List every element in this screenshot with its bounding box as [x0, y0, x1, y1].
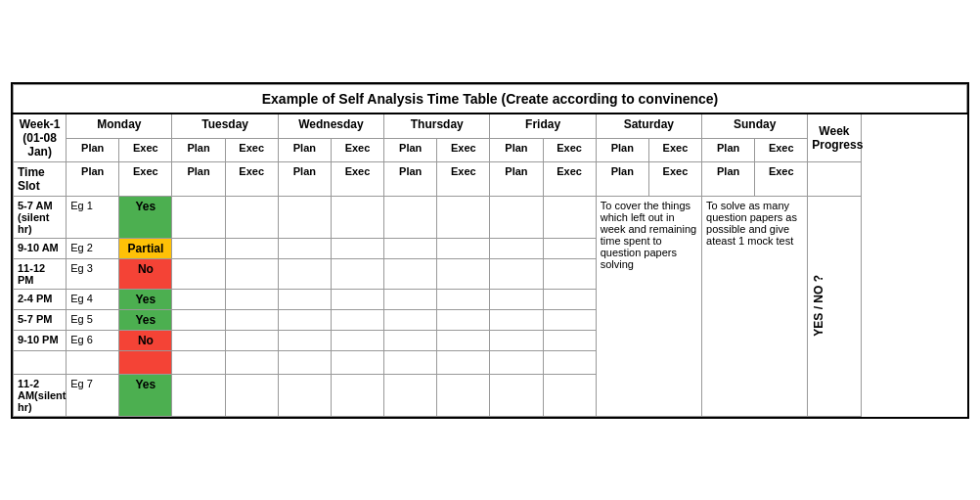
fri-plan-1 — [490, 196, 543, 238]
mon-plan-3: Eg 3 — [67, 258, 119, 289]
tue-exec-5 — [225, 309, 278, 330]
mon-plan-4: Eg 4 — [67, 289, 119, 309]
tue-exec-7 — [225, 350, 278, 374]
wed-plan-8 — [278, 374, 331, 416]
week-progress-cell: YES / NO ? — [808, 196, 861, 416]
thu-plan-5 — [384, 309, 437, 330]
fri-plan-2 — [490, 238, 543, 258]
tue-exec-3 — [225, 258, 278, 289]
wed-exec-8 — [331, 374, 383, 416]
tue-exec-2 — [225, 238, 278, 258]
thu-exec-5 — [437, 309, 490, 330]
thu-plan-8 — [384, 374, 437, 416]
day-header-row: Week-1(01-08Jan) Monday Tuesday Wednesda… — [14, 114, 967, 139]
day-sunday: Sunday — [702, 114, 808, 139]
sat-exec-ts: Exec — [648, 161, 701, 196]
thu-exec-4 — [437, 289, 490, 309]
tue-plan-2 — [172, 238, 225, 258]
saturday-note: To cover the things which left out in we… — [596, 196, 701, 416]
day-monday: Monday — [67, 114, 172, 139]
table-row: 5-7 AM(silent hr) Eg 1 Yes To cover the … — [14, 196, 967, 238]
mon-exec-1: Yes — [119, 196, 172, 238]
thu-exec-3 — [437, 258, 490, 289]
thu-plan-6 — [384, 330, 437, 350]
tue-plan-1 — [172, 196, 225, 238]
sat-exec-header: Exec — [648, 139, 701, 161]
wed-exec-3 — [331, 258, 383, 289]
wed-exec-6 — [331, 330, 383, 350]
tue-plan-header: Plan — [172, 139, 225, 161]
thu-plan-4 — [384, 289, 437, 309]
mon-exec-3: No — [119, 258, 172, 289]
day-tuesday: Tuesday — [172, 114, 278, 139]
mon-plan-5: Eg 5 — [67, 309, 119, 330]
thu-exec-1 — [437, 196, 490, 238]
fri-plan-3 — [490, 258, 543, 289]
fri-exec-1 — [543, 196, 596, 238]
time-slot-8: 11-2 AM(silent hr) — [14, 374, 67, 416]
week-progress-text: YES / NO ? — [812, 275, 825, 337]
wed-exec-2 — [331, 238, 383, 258]
tue-plan-6 — [172, 330, 225, 350]
thu-plan-3 — [384, 258, 437, 289]
tue-exec-8 — [225, 374, 278, 416]
thu-plan-7 — [384, 350, 437, 374]
time-slot-4: 2-4 PM — [14, 289, 67, 309]
tue-plan-8 — [172, 374, 225, 416]
time-slot-5: 5-7 PM — [14, 309, 67, 330]
tue-exec-ts: Exec — [225, 161, 278, 196]
wed-plan-header: Plan — [278, 139, 331, 161]
time-slot-1: 5-7 AM(silent hr) — [14, 196, 67, 238]
fri-exec-header: Exec — [543, 139, 596, 161]
wed-exec-5 — [331, 309, 383, 330]
mon-exec-2: Partial — [119, 238, 172, 258]
sun-exec-header: Exec — [755, 139, 808, 161]
week-progress-label: WeekProgress — [808, 114, 861, 162]
mon-plan-1: Eg 1 — [67, 196, 119, 238]
wed-exec-header: Exec — [331, 139, 383, 161]
title-row: Example of Self Analysis Time Table (Cre… — [14, 84, 967, 114]
time-slot-7 — [14, 350, 67, 374]
mon-plan-ts: Plan — [67, 161, 119, 196]
thu-exec-header: Exec — [437, 139, 490, 161]
thu-plan-2 — [384, 238, 437, 258]
tue-plan-3 — [172, 258, 225, 289]
fri-plan-4 — [490, 289, 543, 309]
wed-plan-6 — [278, 330, 331, 350]
wed-plan-7 — [278, 350, 331, 374]
tue-exec-4 — [225, 289, 278, 309]
fri-exec-6 — [543, 330, 596, 350]
thu-exec-2 — [437, 238, 490, 258]
mon-plan-6: Eg 6 — [67, 330, 119, 350]
wed-plan-5 — [278, 309, 331, 330]
sat-plan-header: Plan — [596, 139, 648, 161]
mon-exec-6: No — [119, 330, 172, 350]
day-saturday: Saturday — [596, 114, 701, 139]
thu-exec-8 — [437, 374, 490, 416]
fri-plan-header: Plan — [490, 139, 543, 161]
fri-plan-8 — [490, 374, 543, 416]
time-slot-2: 9-10 AM — [14, 238, 67, 258]
wed-plan-1 — [278, 196, 331, 238]
wed-exec-1 — [331, 196, 383, 238]
table-title: Example of Self Analysis Time Table (Cre… — [14, 84, 967, 114]
fri-exec-5 — [543, 309, 596, 330]
week-label: Week-1(01-08Jan) — [14, 114, 67, 162]
wed-plan-ts: Plan — [278, 161, 331, 196]
wed-plan-3 — [278, 258, 331, 289]
fri-plan-6 — [490, 330, 543, 350]
timetable-container: Example of Self Analysis Time Table (Cre… — [11, 82, 969, 419]
tue-exec-1 — [225, 196, 278, 238]
mon-plan-2: Eg 2 — [67, 238, 119, 258]
timeslot-header-row: Time Slot Plan Exec Plan Exec Plan Exec … — [14, 161, 967, 196]
mon-plan-8: Eg 7 — [67, 374, 119, 416]
thu-exec-6 — [437, 330, 490, 350]
tue-plan-7 — [172, 350, 225, 374]
wed-exec-ts: Exec — [331, 161, 383, 196]
timeslot-header: Time Slot — [14, 161, 67, 196]
time-slot-6: 9-10 PM — [14, 330, 67, 350]
fri-plan-5 — [490, 309, 543, 330]
sun-plan-ts: Plan — [702, 161, 755, 196]
tue-exec-6 — [225, 330, 278, 350]
time-slot-3: 11-12 PM — [14, 258, 67, 289]
